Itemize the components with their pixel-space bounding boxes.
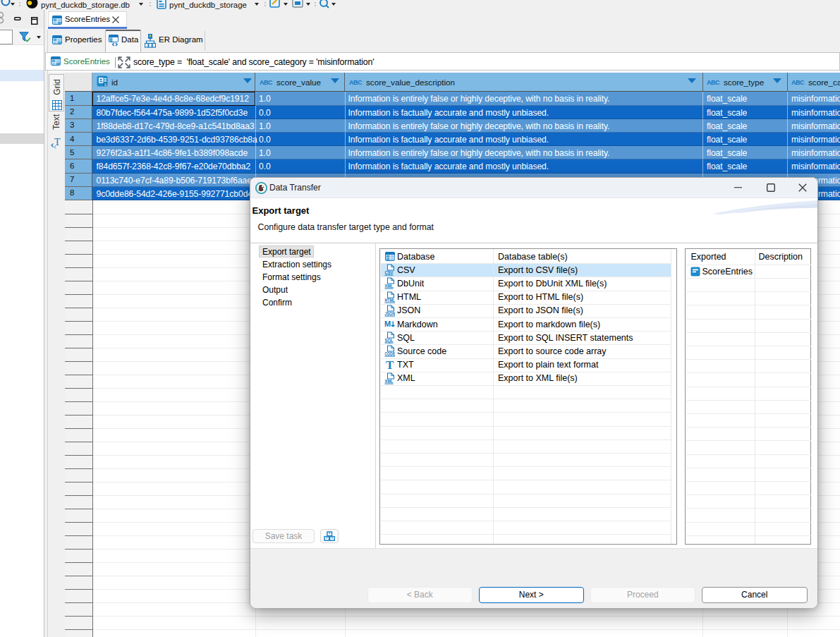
svg-text:JSON: JSON bbox=[385, 310, 396, 315]
svg-text:CSV: CSV bbox=[385, 270, 394, 275]
svg-text:SQL: SQL bbox=[385, 338, 394, 344]
svg-text:XML: XML bbox=[385, 378, 394, 383]
svg-text:T: T bbox=[386, 359, 394, 370]
svg-text:CODE: CODE bbox=[385, 351, 396, 356]
svg-text:XML: XML bbox=[385, 284, 394, 289]
svg-text:HTML: HTML bbox=[385, 297, 396, 302]
svg-text:M: M bbox=[384, 320, 391, 328]
